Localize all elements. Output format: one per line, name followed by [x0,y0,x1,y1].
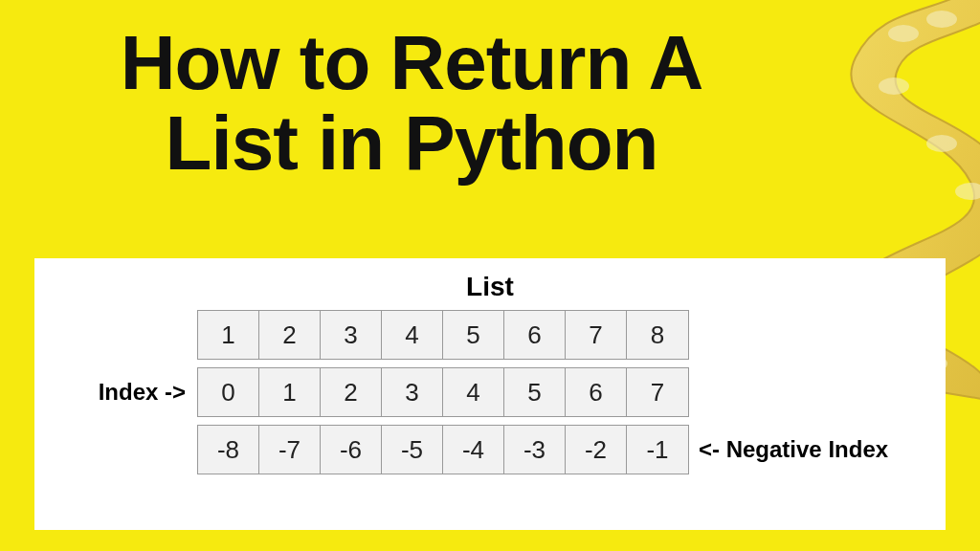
index-cells: 01234567 [197,367,689,417]
cell: -7 [259,426,321,474]
svg-point-0 [888,25,919,42]
negative-index-label: <- Negative Index [689,436,888,463]
negative-cells: -8-7-6-5-4-3-2-1 [197,425,689,474]
cell: -1 [627,426,688,474]
cell: 0 [198,368,259,416]
cell: 2 [321,368,382,416]
cell: 1 [259,368,321,416]
cell: 3 [382,368,443,416]
svg-point-2 [879,77,909,95]
diagram-panel: List 12345678 Index -> 01234567 -8-7-6-5… [34,258,946,530]
svg-point-1 [926,11,957,28]
negative-index-row: -8-7-6-5-4-3-2-1 <- Negative Index [54,425,926,474]
cell: 4 [382,311,443,359]
cell: 7 [627,368,688,416]
cell: 2 [259,311,321,359]
cell: 5 [443,311,504,359]
cell: 8 [627,311,688,359]
cell: 7 [566,311,627,359]
cell: -8 [198,426,259,474]
cell: -2 [566,426,627,474]
cell: 3 [321,311,382,359]
svg-point-3 [926,135,957,152]
list-heading: List [54,272,926,302]
values-row: 12345678 [54,310,926,360]
index-label: Index -> [54,379,197,406]
values-cells: 12345678 [197,310,689,360]
cell: 6 [566,368,627,416]
cell: -6 [321,426,382,474]
page-title: How to Return A List in Python [67,23,756,184]
cell: 4 [443,368,504,416]
cell: -3 [504,426,566,474]
cell: -4 [443,426,504,474]
cell: 5 [504,368,566,416]
cell: 1 [198,311,259,359]
index-row: Index -> 01234567 [54,367,926,417]
svg-point-4 [955,183,980,200]
cell: -5 [382,426,443,474]
cell: 6 [504,311,566,359]
